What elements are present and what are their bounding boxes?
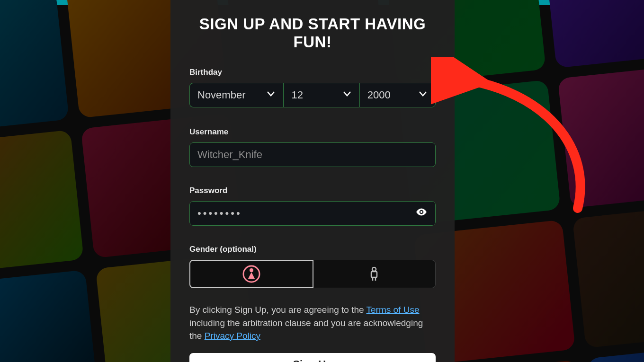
gender-row <box>189 260 436 288</box>
signup-panel: SIGN UP AND START HAVING FUN! Birthday N… <box>170 0 455 362</box>
birthday-row: November 12 2000 <box>189 83 436 107</box>
svg-point-2 <box>372 267 376 271</box>
male-icon <box>365 265 384 283</box>
birthday-day-value: 12 <box>291 89 303 101</box>
password-label: Password <box>189 186 436 195</box>
username-value: Witcher_Knife <box>197 149 262 161</box>
password-masked: •••••••• <box>197 207 242 220</box>
gender-label: Gender (optional) <box>189 245 436 254</box>
gender-female-button[interactable] <box>189 260 313 288</box>
username-input[interactable]: Witcher_Knife <box>189 142 436 167</box>
chevron-down-icon <box>341 88 353 102</box>
privacy-policy-link[interactable]: Privacy Policy <box>205 331 260 341</box>
birthday-month-value: November <box>197 89 245 101</box>
birthday-label: Birthday <box>189 68 436 77</box>
username-label: Username <box>189 127 436 137</box>
legal-prefix: By clicking Sign Up, you are agreeing to… <box>189 305 367 315</box>
eye-icon <box>415 206 428 218</box>
birthday-day-select[interactable]: 12 <box>283 83 359 107</box>
birthday-month-select[interactable]: November <box>189 83 283 107</box>
female-icon <box>242 265 261 283</box>
birthday-year-value: 2000 <box>367 89 391 101</box>
svg-point-1 <box>250 268 253 272</box>
chevron-down-icon <box>265 88 277 102</box>
signup-button[interactable]: Sign Up <box>189 353 436 362</box>
chevron-down-icon <box>417 88 429 102</box>
terms-of-use-link[interactable]: Terms of Use <box>367 305 420 315</box>
birthday-year-select[interactable]: 2000 <box>359 83 436 107</box>
password-input[interactable]: •••••••• <box>189 201 436 226</box>
legal-text: By clicking Sign Up, you are agreeing to… <box>189 303 436 343</box>
show-password-button[interactable] <box>415 206 428 221</box>
gender-male-button[interactable] <box>313 260 436 288</box>
page-title: SIGN UP AND START HAVING FUN! <box>189 15 436 51</box>
svg-rect-3 <box>371 272 377 277</box>
